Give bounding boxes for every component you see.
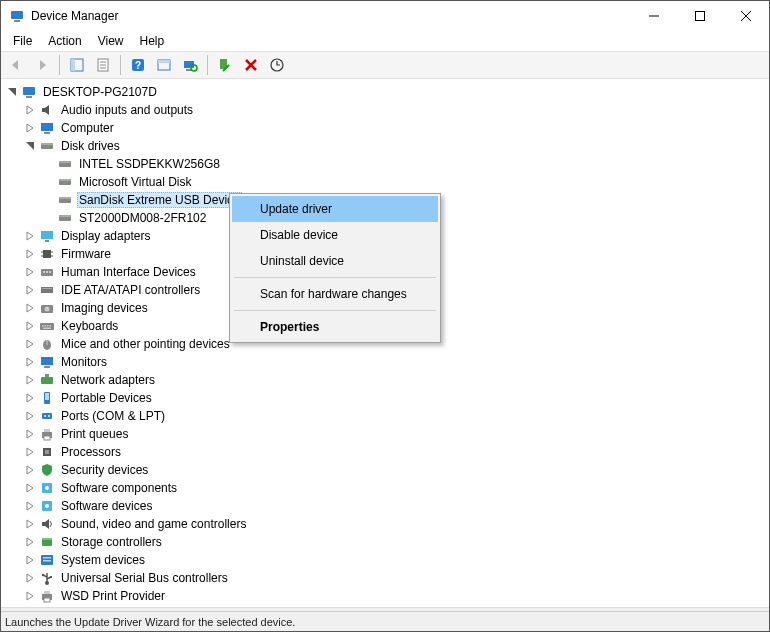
properties-button[interactable] [91, 53, 115, 77]
tree-node-label: Computer [59, 121, 116, 135]
tree-node-label: Microsoft Virtual Disk [77, 175, 193, 189]
tree-node-label: Security devices [59, 463, 150, 477]
tree-node[interactable]: Software devices [23, 497, 769, 515]
tree-node[interactable]: Sound, video and game controllers [23, 515, 769, 533]
expand-icon[interactable] [23, 463, 37, 477]
svg-rect-50 [43, 271, 45, 273]
expand-icon[interactable] [23, 265, 37, 279]
tree-node-label: INTEL SSDPEKKW256G8 [77, 157, 222, 171]
svg-rect-71 [42, 413, 52, 419]
expand-icon[interactable] [23, 499, 37, 513]
tree-node[interactable]: WSD Print Provider [23, 587, 769, 605]
svg-rect-78 [45, 450, 49, 454]
expand-icon[interactable] [23, 373, 37, 387]
svg-rect-3 [696, 12, 705, 21]
svg-rect-86 [43, 557, 51, 559]
tree-node-label: Imaging devices [59, 301, 150, 315]
tree-node[interactable]: Universal Serial Bus controllers [23, 569, 769, 587]
uninstall-device-button[interactable] [239, 53, 263, 77]
context-menu: Update driverDisable deviceUninstall dev… [229, 193, 441, 343]
scan-hardware-button[interactable] [178, 53, 202, 77]
expand-icon[interactable] [23, 283, 37, 297]
svg-point-92 [42, 574, 44, 576]
expand-icon[interactable] [23, 121, 37, 135]
context-menu-item[interactable]: Scan for hardware changes [232, 281, 438, 307]
tree-node[interactable]: Print queues [23, 425, 769, 443]
security-icon [39, 462, 55, 478]
tree-node[interactable]: Security devices [23, 461, 769, 479]
svg-point-41 [68, 218, 70, 220]
tree-node[interactable]: Monitors [23, 353, 769, 371]
tree-node[interactable]: Portable Devices [23, 389, 769, 407]
expand-icon[interactable] [23, 589, 37, 603]
menu-help[interactable]: Help [132, 32, 173, 50]
minimize-button[interactable] [631, 1, 677, 31]
tree-node[interactable]: Storage controllers [23, 533, 769, 551]
svg-point-35 [68, 182, 70, 184]
expand-icon[interactable] [23, 319, 37, 333]
expand-icon[interactable] [23, 535, 37, 549]
context-menu-item[interactable]: Disable device [232, 222, 438, 248]
tree-node[interactable]: Network adapters [23, 371, 769, 389]
tree-node[interactable]: Audio inputs and outputs [23, 101, 769, 119]
tree-node[interactable]: Software components [23, 479, 769, 497]
menu-view[interactable]: View [90, 32, 132, 50]
context-menu-item[interactable]: Update driver [232, 196, 438, 222]
menu-action[interactable]: Action [40, 32, 89, 50]
close-button[interactable] [723, 1, 769, 31]
svg-rect-40 [59, 215, 71, 217]
context-menu-item[interactable]: Uninstall device [232, 248, 438, 274]
maximize-button[interactable] [677, 1, 723, 31]
tree-node-label: Portable Devices [59, 391, 154, 405]
expand-icon[interactable] [23, 103, 37, 117]
expand-icon[interactable] [23, 247, 37, 261]
expand-icon[interactable] [23, 517, 37, 531]
expand-icon[interactable] [23, 571, 37, 585]
update-driver-button[interactable] [265, 53, 289, 77]
tree-node[interactable]: DESKTOP-PG2107D [5, 83, 769, 101]
svg-rect-7 [71, 59, 75, 71]
tree-node[interactable]: System devices [23, 551, 769, 569]
tree-node[interactable]: Microsoft Virtual Disk [41, 173, 769, 191]
expand-icon[interactable] [23, 229, 37, 243]
collapse-icon[interactable] [5, 85, 19, 99]
show-hide-tree-button[interactable] [65, 53, 89, 77]
network-icon [39, 372, 55, 388]
context-menu-separator [234, 277, 436, 278]
action-button[interactable] [152, 53, 176, 77]
expand-icon[interactable] [23, 553, 37, 567]
software-icon [39, 498, 55, 514]
tree-node[interactable]: Ports (COM & LPT) [23, 407, 769, 425]
svg-rect-62 [43, 328, 51, 330]
forward-button[interactable] [30, 53, 54, 77]
expand-icon[interactable] [23, 481, 37, 495]
expand-icon[interactable] [23, 301, 37, 315]
tree-node[interactable]: Computer [23, 119, 769, 137]
expand-icon[interactable] [23, 409, 37, 423]
back-button[interactable] [4, 53, 28, 77]
help-button[interactable]: ? [126, 53, 150, 77]
context-menu-item[interactable]: Properties [232, 314, 438, 340]
expand-icon[interactable] [23, 445, 37, 459]
tree-node[interactable]: Processors [23, 443, 769, 461]
tree-node-label: Sound, video and game controllers [59, 517, 248, 531]
svg-point-38 [68, 200, 70, 202]
tree-node[interactable]: INTEL SSDPEKKW256G8 [41, 155, 769, 173]
monitor-icon [39, 120, 55, 136]
svg-rect-52 [49, 271, 51, 273]
usb-icon [39, 570, 55, 586]
svg-rect-28 [41, 143, 53, 145]
tree-node[interactable]: Disk drives [23, 137, 769, 155]
sound-icon [39, 516, 55, 532]
expand-icon[interactable] [23, 391, 37, 405]
expand-icon[interactable] [23, 337, 37, 351]
expand-icon[interactable] [23, 355, 37, 369]
device-tree-area: DESKTOP-PG2107DAudio inputs and outputsC… [1, 79, 769, 607]
window-title: Device Manager [31, 9, 631, 23]
svg-rect-24 [26, 96, 32, 98]
menu-file[interactable]: File [5, 32, 40, 50]
enable-device-button[interactable] [213, 53, 237, 77]
disk-icon [57, 156, 73, 172]
collapse-icon[interactable] [23, 139, 37, 153]
expand-icon[interactable] [23, 427, 37, 441]
